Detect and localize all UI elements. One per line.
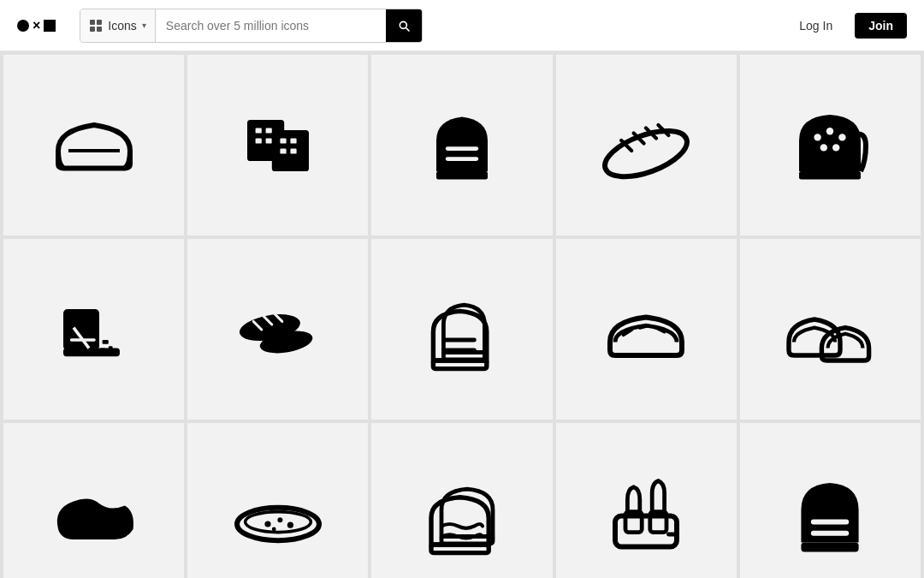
icons-category-icon [89, 19, 103, 33]
search-button[interactable] [386, 9, 422, 42]
search-input[interactable] [156, 9, 386, 42]
logo: × [17, 19, 56, 33]
svg-rect-42 [433, 361, 486, 369]
icon-cell-toast-in-toaster[interactable] [556, 423, 737, 578]
svg-line-46 [640, 325, 649, 327]
chevron-down-icon: ▾ [142, 21, 146, 30]
search-icon [397, 19, 411, 33]
svg-rect-13 [280, 148, 286, 153]
icon-cell-bread-rolls-outline[interactable] [740, 239, 921, 420]
icon-cell-toast-solid[interactable] [371, 55, 552, 235]
svg-rect-60 [802, 543, 859, 552]
logo-square-icon [44, 20, 56, 32]
svg-rect-11 [280, 138, 286, 143]
icon-cell-bread-toast-seeds[interactable] [740, 55, 921, 235]
svg-point-52 [287, 522, 293, 528]
svg-rect-55 [431, 545, 489, 553]
icon-cell-bread-loaf-outline[interactable] [3, 55, 184, 235]
header: × Icons ▾ Log In Join [0, 0, 924, 51]
logo-circle-icon [17, 20, 29, 32]
join-button[interactable]: Join [855, 13, 907, 39]
svg-rect-8 [255, 138, 261, 143]
icon-grid [0, 51, 924, 578]
svg-rect-14 [290, 148, 296, 153]
icon-cell-baguette-rolls[interactable] [187, 239, 368, 420]
icon-cell-bread-slices-seeds[interactable] [187, 55, 368, 235]
svg-point-18 [599, 122, 692, 186]
search-type-selector[interactable]: Icons ▾ [80, 9, 155, 42]
svg-point-53 [272, 527, 276, 532]
search-wrapper: Icons ▾ [80, 9, 422, 43]
icon-cell-baguette-outline[interactable] [556, 55, 737, 235]
search-type-label: Icons [108, 19, 136, 33]
svg-rect-6 [255, 128, 261, 133]
svg-rect-29 [63, 309, 99, 350]
icon-cell-toast-solid-lines[interactable] [740, 423, 921, 578]
svg-rect-9 [265, 138, 271, 143]
svg-rect-35 [100, 348, 105, 351]
login-button[interactable]: Log In [791, 14, 841, 38]
icon-cell-pizza-bread-outline[interactable] [187, 423, 368, 578]
icon-cell-bread-round-outline[interactable] [556, 239, 737, 420]
svg-point-27 [820, 144, 827, 151]
svg-rect-0 [90, 20, 95, 25]
logo-x-icon: × [33, 19, 40, 33]
svg-point-28 [832, 144, 839, 151]
svg-rect-10 [272, 130, 309, 171]
icon-cell-toast-slices-stacked[interactable] [371, 239, 552, 420]
svg-point-51 [277, 517, 282, 522]
svg-point-49 [245, 512, 311, 533]
icon-cell-bread-cutting-board[interactable] [3, 239, 184, 420]
svg-point-50 [264, 521, 270, 527]
svg-rect-34 [108, 346, 112, 349]
svg-rect-3 [97, 27, 102, 32]
svg-rect-33 [102, 340, 108, 344]
svg-rect-30 [63, 348, 120, 356]
svg-point-26 [839, 134, 846, 140]
svg-point-24 [814, 134, 821, 140]
icon-cell-hot-dog-bun[interactable] [3, 423, 184, 578]
icon-cell-toast-stack-butter[interactable] [371, 423, 552, 578]
svg-rect-23 [799, 171, 861, 180]
svg-rect-1 [97, 20, 102, 25]
svg-rect-2 [90, 27, 95, 32]
svg-rect-7 [265, 128, 271, 133]
icon-grid-container [0, 51, 924, 578]
svg-rect-15 [436, 171, 488, 180]
svg-point-25 [826, 128, 833, 134]
svg-rect-12 [290, 138, 296, 143]
